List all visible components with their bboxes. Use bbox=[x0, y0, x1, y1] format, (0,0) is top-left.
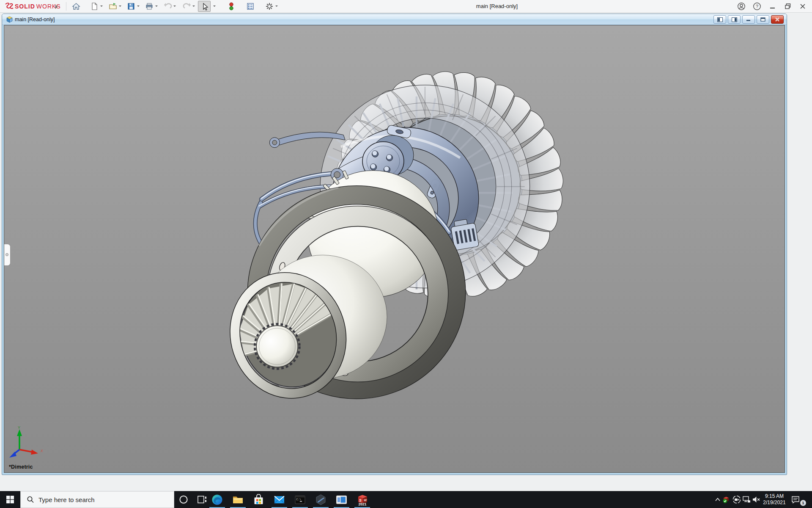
split-left-icon bbox=[717, 17, 723, 22]
print-icon[interactable] bbox=[145, 2, 154, 11]
taskbar-app-edge[interactable] bbox=[207, 491, 227, 508]
edge-icon bbox=[211, 494, 223, 505]
toolbar-separator bbox=[66, 2, 66, 11]
open-caret[interactable] bbox=[119, 6, 121, 8]
new-document-caret[interactable] bbox=[100, 6, 103, 8]
select-caret[interactable] bbox=[213, 6, 216, 8]
taskbar-app-store[interactable] bbox=[249, 491, 269, 508]
tray-clock[interactable]: 9:15 AM 2/19/2021 bbox=[761, 493, 787, 506]
close-window-icon[interactable] bbox=[798, 2, 807, 11]
select-tool-active-box[interactable] bbox=[198, 1, 211, 12]
collapsed-panel-tab[interactable] bbox=[4, 244, 11, 266]
toolbar-flyout-arrow[interactable] bbox=[55, 5, 60, 9]
minimize-window-icon[interactable] bbox=[768, 2, 777, 11]
document-window: main [Read-only] bbox=[2, 14, 787, 475]
mail-icon bbox=[274, 494, 285, 505]
restore-window-icon[interactable] bbox=[784, 2, 792, 11]
document-titlebar[interactable]: main [Read-only] bbox=[2, 14, 787, 25]
help-icon[interactable]: ? bbox=[753, 2, 761, 11]
undo-icon bbox=[164, 2, 172, 11]
app-titlebar: SOLIDWORKS bbox=[0, 0, 812, 13]
taskbar-app-media[interactable] bbox=[332, 491, 351, 508]
redo-caret bbox=[192, 6, 195, 8]
rebuild-traffic-light-icon[interactable] bbox=[227, 2, 236, 11]
network-icon bbox=[742, 495, 751, 504]
split-right-button[interactable] bbox=[728, 15, 741, 24]
orientation-triad: Y x bbox=[8, 425, 49, 461]
graphics-viewport[interactable]: Y x *Dimetric bbox=[4, 25, 785, 473]
svg-text:C:\: C:\ bbox=[296, 498, 302, 501]
action-center-icon bbox=[791, 495, 800, 504]
doc-maximize-icon bbox=[760, 17, 765, 22]
start-button[interactable] bbox=[0, 491, 20, 508]
document-title: main [Read-only] bbox=[15, 17, 55, 22]
save-caret[interactable] bbox=[137, 6, 140, 8]
taskbar-app-file-explorer[interactable] bbox=[228, 491, 248, 508]
new-document-icon[interactable] bbox=[90, 2, 99, 11]
doc-close-icon bbox=[775, 17, 780, 22]
solidworks-logo: SOLIDWORKS bbox=[4, 3, 61, 10]
taskbar-search[interactable] bbox=[20, 491, 174, 508]
account-icon[interactable] bbox=[737, 2, 746, 11]
assembly-document-icon bbox=[6, 16, 13, 23]
triad-x-label: x bbox=[40, 448, 43, 453]
app-window-title: main [Read-only] bbox=[438, 3, 556, 9]
split-right-icon bbox=[732, 17, 737, 22]
media-app-icon bbox=[336, 494, 347, 505]
home-icon[interactable] bbox=[72, 2, 80, 11]
brand-text-bold: SOLID bbox=[15, 3, 35, 10]
document-client-area: Y x *Dimetric bbox=[2, 25, 787, 475]
svg-text:2021: 2021 bbox=[358, 502, 366, 506]
file-explorer-icon bbox=[232, 494, 244, 505]
properties-icon[interactable] bbox=[246, 2, 255, 11]
windows-logo-icon bbox=[6, 496, 14, 503]
cortana-icon bbox=[179, 495, 188, 504]
chevron-up-icon bbox=[715, 498, 720, 501]
search-icon bbox=[27, 496, 34, 503]
svg-text:?: ? bbox=[756, 4, 758, 9]
cortana-button[interactable] bbox=[174, 491, 193, 508]
redo-icon bbox=[183, 2, 191, 11]
notification-badge: 1 bbox=[800, 500, 806, 506]
select-cursor-icon bbox=[200, 3, 209, 11]
meet-now-camera-icon bbox=[732, 495, 741, 504]
doc-minimize-button[interactable] bbox=[742, 15, 755, 24]
taskbar-app-cad-hexagon[interactable] bbox=[311, 491, 331, 508]
tray-date: 2/19/2021 bbox=[761, 500, 787, 506]
settings-caret[interactable] bbox=[275, 6, 278, 8]
store-icon bbox=[253, 494, 264, 505]
doc-minimize-icon bbox=[746, 17, 751, 22]
doc-close-button[interactable] bbox=[771, 15, 784, 24]
settings-gear-icon[interactable] bbox=[265, 2, 274, 11]
print-caret[interactable] bbox=[155, 6, 158, 8]
panel-tab-dot bbox=[5, 253, 8, 256]
solidworks-logo-icon bbox=[4, 3, 14, 10]
hexagon-app-icon bbox=[315, 494, 326, 505]
tray-solidworks-monitor[interactable] bbox=[721, 491, 732, 508]
triad-y-label: Y bbox=[18, 425, 20, 430]
undo-caret bbox=[173, 6, 176, 8]
open-icon[interactable] bbox=[109, 2, 117, 11]
taskbar-app-solidworks[interactable]: S W 2021 bbox=[352, 491, 372, 508]
terminal-icon: C:\ bbox=[294, 494, 306, 505]
search-input[interactable] bbox=[38, 496, 174, 503]
solidworks-tray-icon bbox=[722, 496, 730, 503]
split-left-button[interactable] bbox=[713, 15, 726, 24]
solidworks-2021-icon: S W 2021 bbox=[356, 493, 369, 506]
task-view-icon bbox=[198, 495, 207, 504]
taskbar: C:\ S W 2021 bbox=[0, 491, 812, 508]
engine-3d-model[interactable] bbox=[4, 25, 785, 472]
view-orientation-label: *Dimetric bbox=[9, 464, 33, 470]
volume-muted-icon bbox=[752, 495, 760, 504]
tray-volume[interactable] bbox=[751, 491, 762, 508]
doc-maximize-button[interactable] bbox=[757, 15, 769, 24]
tray-time: 9:15 AM bbox=[761, 493, 787, 500]
action-center-button[interactable] bbox=[790, 491, 801, 508]
save-icon[interactable] bbox=[127, 2, 135, 11]
taskbar-app-mail[interactable] bbox=[269, 491, 289, 508]
taskbar-app-terminal[interactable]: C:\ bbox=[290, 491, 310, 508]
